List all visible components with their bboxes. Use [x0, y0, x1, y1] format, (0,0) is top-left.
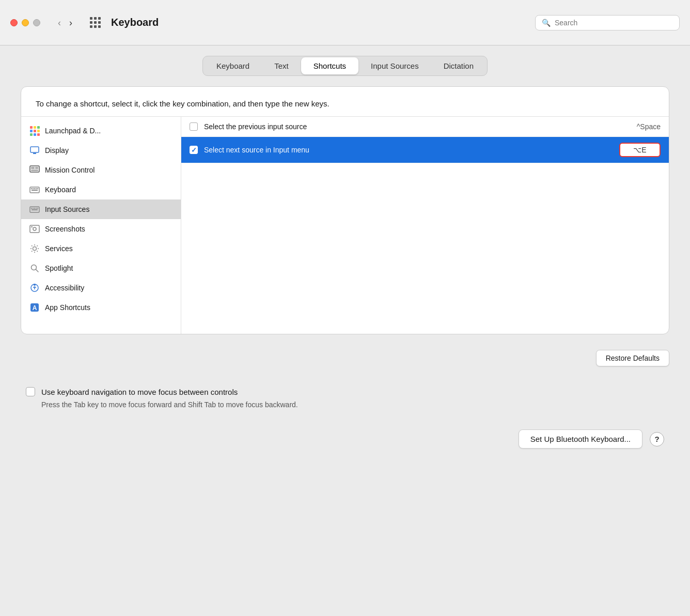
svg-rect-15 — [33, 208, 34, 209]
svg-rect-8 — [33, 188, 34, 189]
svg-rect-18 — [37, 208, 38, 209]
svg-rect-10 — [36, 188, 37, 189]
shortcut-key-next-source-highlighted[interactable]: ⌥E — [619, 143, 661, 157]
app-shortcuts-icon: A — [29, 302, 40, 313]
svg-rect-1 — [33, 153, 36, 154]
keyboard-nav-checkbox[interactable] — [26, 387, 35, 396]
tab-text[interactable]: Text — [262, 57, 301, 74]
search-bar[interactable]: 🔍 — [535, 15, 680, 30]
svg-rect-19 — [32, 209, 38, 210]
minimize-button[interactable] — [22, 19, 29, 26]
shortcut-checkbox-next-source[interactable]: ✓ — [190, 146, 198, 154]
sidebar-label-display: Display — [45, 146, 69, 155]
maximize-button[interactable] — [33, 19, 40, 26]
tab-input-sources[interactable]: Input Sources — [358, 57, 431, 74]
svg-rect-0 — [30, 147, 39, 152]
sidebar-item-screenshots[interactable]: Screenshots — [21, 219, 181, 239]
sidebar-label-accessibility: Accessibility — [45, 284, 84, 292]
keyboard-small-icon — [29, 184, 40, 195]
shortcut-row-next-source[interactable]: ✓ Select next source in Input menu ⌥E — [181, 137, 669, 163]
bottom-section: Use keyboard navigation to move focus be… — [21, 387, 669, 449]
input-sources-icon — [29, 204, 40, 214]
svg-text:A: A — [33, 304, 37, 312]
checkmark-icon: ✓ — [191, 147, 197, 153]
sidebar-item-mission-control[interactable]: Mission Control — [21, 160, 181, 180]
sidebar-label-launchpad: Launchpad & D... — [45, 127, 101, 135]
sidebar-item-services[interactable]: Services — [21, 239, 181, 258]
restore-defaults-button[interactable]: Restore Defaults — [596, 350, 669, 366]
svg-rect-3 — [31, 167, 35, 169]
panel-body: Launchpad & D... Display — [21, 116, 669, 334]
svg-rect-7 — [31, 188, 32, 189]
traffic-lights — [10, 19, 40, 26]
svg-line-25 — [36, 270, 39, 272]
tab-keyboard[interactable]: Keyboard — [204, 57, 262, 74]
sidebar-item-accessibility[interactable]: Accessibility — [21, 278, 181, 298]
shortcut-checkbox-prev-input[interactable] — [190, 122, 198, 131]
sidebar-label-keyboard: Keyboard — [45, 186, 76, 194]
sidebar-label-input-sources: Input Sources — [45, 205, 89, 213]
svg-rect-12 — [32, 190, 38, 191]
main-content: Keyboard Text Shortcuts Input Sources Di… — [0, 45, 690, 616]
svg-point-23 — [33, 247, 37, 251]
launchpad-icon — [29, 126, 40, 136]
svg-rect-5 — [31, 170, 38, 171]
svg-rect-17 — [36, 208, 37, 209]
shortcut-row-prev-input[interactable]: Select the previous input source ^Space — [181, 117, 669, 137]
svg-rect-4 — [35, 167, 38, 169]
search-input[interactable] — [555, 19, 673, 27]
screenshots-icon — [29, 224, 40, 234]
bluetooth-keyboard-button[interactable]: Set Up Bluetooth Keyboard... — [519, 429, 642, 449]
help-button[interactable]: ? — [650, 432, 664, 446]
search-icon: 🔍 — [542, 19, 551, 27]
services-icon — [29, 243, 40, 254]
accessibility-icon — [29, 283, 40, 293]
back-button[interactable]: ‹ — [55, 16, 64, 29]
shortcut-name-next-source: Select next source in Input menu — [204, 146, 613, 154]
sidebar: Launchpad & D... Display — [21, 117, 181, 334]
app-grid-icon[interactable] — [90, 17, 101, 28]
sidebar-item-keyboard[interactable]: Keyboard — [21, 180, 181, 199]
content-panel: To change a shortcut, select it, click t… — [21, 86, 669, 334]
tabs: Keyboard Text Shortcuts Input Sources Di… — [202, 56, 488, 76]
sidebar-item-launchpad[interactable]: Launchpad & D... — [21, 121, 181, 141]
shortcut-name-prev-input: Select the previous input source — [204, 122, 631, 131]
shortcuts-panel: Select the previous input source ^Space … — [181, 117, 669, 334]
bottom-buttons: Set Up Bluetooth Keyboard... ? — [26, 429, 664, 449]
sidebar-item-input-sources[interactable]: Input Sources — [21, 199, 181, 219]
sidebar-label-spotlight: Spotlight — [45, 264, 73, 272]
sidebar-label-mission-control: Mission Control — [45, 166, 95, 174]
svg-rect-11 — [37, 188, 38, 189]
sidebar-label-app-shortcuts: App Shortcuts — [45, 303, 90, 312]
tabs-container: Keyboard Text Shortcuts Input Sources Di… — [21, 56, 669, 76]
svg-rect-9 — [34, 188, 35, 189]
close-button[interactable] — [10, 19, 18, 26]
sidebar-item-spotlight[interactable]: Spotlight — [21, 258, 181, 278]
tab-dictation[interactable]: Dictation — [431, 57, 486, 74]
forward-button[interactable]: › — [66, 16, 75, 29]
svg-rect-22 — [31, 226, 33, 227]
sidebar-item-app-shortcuts[interactable]: A App Shortcuts — [21, 298, 181, 317]
sidebar-item-display[interactable]: Display — [21, 141, 181, 160]
keyboard-nav-hint: Press the Tab key to move focus forward … — [26, 401, 664, 409]
shortcut-key-prev-input: ^Space — [637, 122, 661, 131]
sidebar-label-screenshots: Screenshots — [45, 225, 85, 233]
svg-rect-2 — [30, 166, 39, 172]
svg-rect-14 — [31, 208, 32, 209]
display-icon — [29, 145, 40, 156]
tab-shortcuts[interactable]: Shortcuts — [301, 57, 358, 74]
keyboard-nav-label: Use keyboard navigation to move focus be… — [41, 388, 238, 396]
window-title: Keyboard — [111, 17, 159, 28]
svg-point-21 — [33, 227, 36, 230]
mission-control-icon — [29, 165, 40, 175]
keyboard-nav-row: Use keyboard navigation to move focus be… — [26, 387, 664, 396]
sidebar-label-services: Services — [45, 244, 73, 253]
title-bar: ‹ › Keyboard 🔍 — [0, 0, 690, 45]
spotlight-icon — [29, 263, 40, 273]
svg-rect-16 — [34, 208, 35, 209]
instruction-text: To change a shortcut, select it, click t… — [21, 87, 669, 116]
nav-arrows: ‹ › — [55, 16, 75, 29]
restore-section: Restore Defaults — [21, 345, 669, 372]
